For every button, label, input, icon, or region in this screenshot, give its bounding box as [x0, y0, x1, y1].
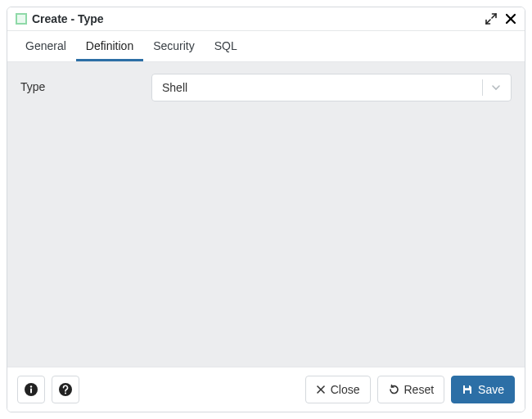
svg-rect-5 — [465, 385, 469, 388]
type-select-wrap: Shell — [151, 74, 512, 101]
tab-bar: General Definition Security SQL — [7, 31, 525, 62]
svg-point-1 — [30, 385, 32, 387]
svg-rect-2 — [30, 389, 32, 394]
titlebar-actions — [485, 13, 516, 25]
info-button[interactable] — [17, 376, 45, 403]
content-area: Type Shell — [7, 62, 525, 367]
dialog-title: Create - Type — [32, 12, 485, 25]
save-icon — [462, 384, 473, 395]
svg-point-4 — [65, 392, 66, 394]
svg-rect-6 — [465, 390, 470, 394]
tab-security[interactable]: Security — [143, 31, 205, 61]
close-button[interactable]: Close — [305, 376, 371, 403]
save-button-label: Save — [478, 383, 504, 396]
reset-button-label: Reset — [404, 383, 435, 396]
expand-icon[interactable] — [485, 13, 497, 25]
save-button[interactable]: Save — [451, 376, 515, 403]
type-field-label: Type — [20, 74, 135, 93]
help-button[interactable] — [52, 376, 79, 403]
x-icon — [316, 385, 326, 394]
footer: Close Reset Save — [7, 367, 525, 412]
chevron-down-icon — [482, 79, 501, 96]
reset-button[interactable]: Reset — [377, 376, 445, 403]
tab-sql[interactable]: SQL — [205, 31, 247, 61]
footer-left — [17, 376, 79, 403]
type-select-value: Shell — [162, 81, 187, 94]
close-icon[interactable] — [505, 13, 516, 25]
titlebar: Create - Type — [7, 7, 525, 31]
info-icon — [24, 382, 38, 397]
footer-right: Close Reset Save — [305, 376, 515, 403]
tab-definition[interactable]: Definition — [76, 31, 143, 61]
close-button-label: Close — [331, 383, 360, 396]
tab-general[interactable]: General — [16, 31, 76, 61]
type-select[interactable]: Shell — [151, 74, 512, 101]
dialog-create-type: Create - Type General Definition Securit… — [7, 7, 525, 412]
type-icon — [16, 13, 27, 25]
help-icon — [58, 382, 73, 397]
reset-icon — [388, 384, 399, 395]
